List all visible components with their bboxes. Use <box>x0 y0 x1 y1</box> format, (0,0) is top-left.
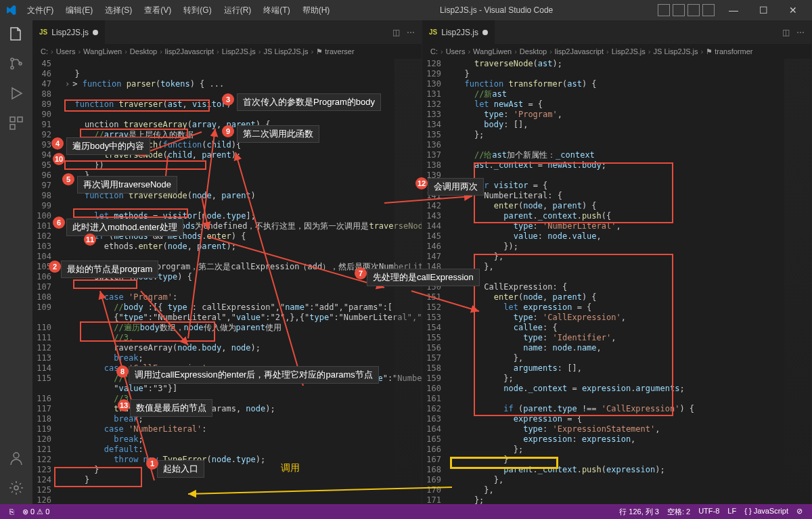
svg-rect-4 <box>18 117 22 122</box>
extensions-icon[interactable] <box>8 115 24 131</box>
status-problems[interactable]: ⊗ 0 ⚠ 0 <box>18 507 53 516</box>
status-item[interactable]: ⊘ <box>792 507 807 517</box>
svg-point-1 <box>11 66 14 69</box>
dirty-indicator-icon <box>93 30 98 35</box>
annotation-label: 首次传入的参数是Program的body <box>237 93 381 111</box>
svg-point-0 <box>11 58 14 61</box>
annotation-label: 起始入口 <box>157 460 204 478</box>
titlebar: 文件(F)编辑(E)选择(S)查看(V)转到(G)运行(R)终端(T)帮助(H)… <box>0 0 812 20</box>
window-title: Lisp2JS.js - Visual Studio Code <box>335 5 658 15</box>
status-item[interactable]: LF <box>723 507 740 517</box>
account-icon[interactable] <box>8 450 24 466</box>
status-item[interactable]: { } JavaScript <box>740 507 792 517</box>
editor-pane-right: JS Lisp2JS.js ◫ ⋯ C:›Users›WangLiwen›Des… <box>422 20 812 504</box>
status-bar: ⎘ ⊗ 0 ⚠ 0 行 126, 列 3空格: 2UTF-8LF{ } Java… <box>0 504 812 519</box>
minimize-button[interactable]: — <box>720 5 747 16</box>
explorer-icon[interactable] <box>8 26 24 42</box>
tab-label: Lisp2JS.js <box>51 28 89 37</box>
menu-item[interactable]: 查看(V) <box>139 2 177 19</box>
svg-point-6 <box>14 453 19 458</box>
menu-item[interactable]: 选择(S) <box>99 2 137 19</box>
annotation-label: 会调用两次 <box>428 178 484 196</box>
more-actions-icon[interactable]: ⋯ <box>796 28 805 37</box>
annotation-label: 遍历body中的内容 <box>66 137 150 155</box>
svg-rect-3 <box>10 117 15 122</box>
menu-item[interactable]: 运行(R) <box>219 2 257 19</box>
menu-item[interactable]: 文件(F) <box>22 2 59 19</box>
tab-lisp2js-left[interactable]: JS Lisp2JS.js <box>32 20 106 44</box>
source-control-icon[interactable] <box>8 55 24 72</box>
layout-buttons[interactable] <box>658 4 715 16</box>
breadcrumb-right[interactable]: C:›Users›WangLiwen›Desktop›lisp2Javascri… <box>422 44 811 59</box>
menu-bar: 文件(F)编辑(E)选择(S)查看(V)转到(G)运行(R)终端(T)帮助(H) <box>22 2 335 19</box>
annotation-label: 调用过callExpression的enter后，再处理它对应的params节点 <box>129 366 379 384</box>
status-item[interactable]: 空格: 2 <box>663 507 694 517</box>
tab-label: Lisp2JS.js <box>441 28 478 37</box>
annotation-label: 先处理的是callExpression <box>367 269 480 286</box>
close-button[interactable]: ✕ <box>780 5 807 16</box>
more-actions-icon[interactable]: ⋯ <box>407 28 415 37</box>
tabs-left: JS Lisp2JS.js ◫ ⋯ <box>32 20 422 44</box>
js-file-icon: JS <box>429 28 437 36</box>
svg-rect-5 <box>10 125 15 129</box>
maximize-button[interactable]: ☐ <box>750 5 777 16</box>
vscode-logo-icon <box>5 5 16 16</box>
minimap-right[interactable] <box>784 59 811 504</box>
annotation-label: 第二次调用此函数 <box>237 125 319 143</box>
annotation-label: 此时进入mothod.enter处理 <box>66 219 183 236</box>
annotation-label: 再次调用traverseNode <box>77 176 177 194</box>
dirty-indicator-icon <box>482 30 488 35</box>
js-file-icon: JS <box>39 28 47 36</box>
status-item[interactable]: 行 126, 列 3 <box>615 507 663 517</box>
svg-point-7 <box>14 486 18 490</box>
menu-item[interactable]: 转到(G) <box>178 2 217 19</box>
split-editor-icon[interactable]: ◫ <box>782 28 790 37</box>
code-area-right[interactable]: 1281291301311321331341351361371381391401… <box>422 59 811 504</box>
tabs-right: JS Lisp2JS.js ◫ ⋯ <box>422 20 811 44</box>
tab-lisp2js-right[interactable]: JS Lisp2JS.js <box>422 20 495 44</box>
menu-item[interactable]: 帮助(H) <box>297 2 336 19</box>
run-debug-icon[interactable] <box>8 85 24 101</box>
annotation-label: 数值是最后的节点 <box>130 399 212 417</box>
status-item[interactable]: UTF-8 <box>694 507 723 517</box>
split-editor-icon[interactable]: ◫ <box>392 28 400 37</box>
status-remote[interactable]: ⎘ <box>5 507 18 516</box>
settings-icon[interactable] <box>8 480 24 496</box>
activity-bar <box>0 20 32 504</box>
menu-item[interactable]: 终端(T) <box>258 2 295 19</box>
menu-item[interactable]: 编辑(E) <box>60 2 98 19</box>
annotation-label: 最始的节点是program <box>61 261 158 278</box>
breadcrumb-left[interactable]: C:›Users›WangLiwen›Desktop›lisp2Javascri… <box>32 44 422 59</box>
